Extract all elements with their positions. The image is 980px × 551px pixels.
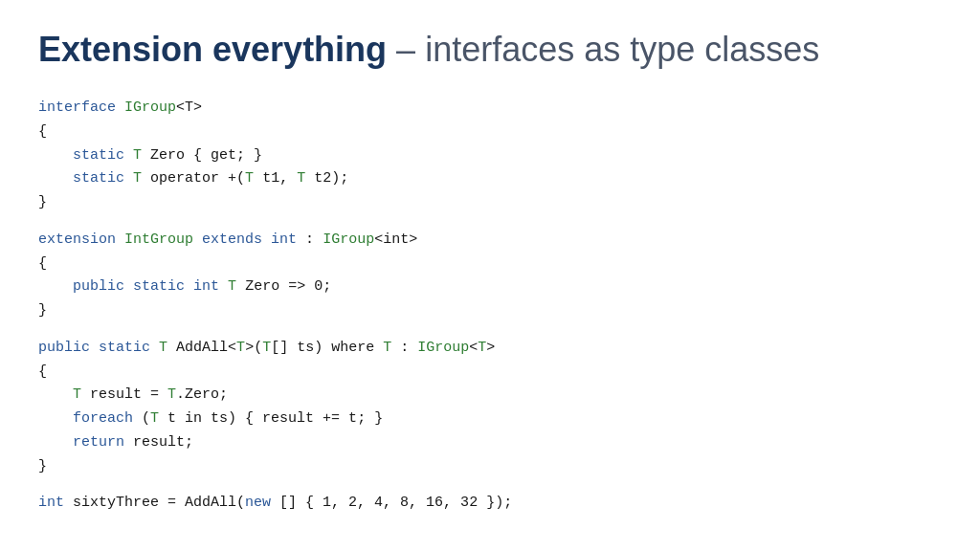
code-block: interface IGroup<T> { static T Zero { ge… [38,97,942,516]
code-line: { [38,253,942,276]
code-line: static T operator +(T t1, T t2); [38,167,942,191]
title-bold: Extension everything [38,30,387,69]
code-line: } [38,455,942,479]
code-line: int sixtyThree = AddAll(new [] { 1, 2, 4… [38,492,942,516]
usage-section: int sixtyThree = AddAll(new [] { 1, 2, 4… [38,492,942,516]
code-line: static T Zero { get; } [38,144,942,168]
code-line: interface IGroup<T> [38,97,942,121]
interface-section: interface IGroup<T> { static T Zero { ge… [38,97,942,215]
code-line: public static int T Zero => 0; [38,276,942,299]
code-line: } [38,191,942,215]
code-line: public static T AddAll<T>(T[] ts) where … [38,337,942,361]
code-line: T result = T.Zero; [38,384,942,408]
code-line: { [38,361,942,385]
code-line: } [38,299,942,323]
code-line: foreach (T t in ts) { result += t; } [38,408,942,431]
code-line: return result; [38,431,942,455]
extension-section: extension IntGroup extends int : IGroup<… [38,229,942,323]
code-line: extension IntGroup extends int : IGroup<… [38,229,942,253]
addall-section: public static T AddAll<T>(T[] ts) where … [38,337,942,479]
code-line: { [38,121,942,144]
title-normal: – interfaces as type classes [387,30,819,69]
slide-title: Extension everything – interfaces as typ… [38,29,942,70]
